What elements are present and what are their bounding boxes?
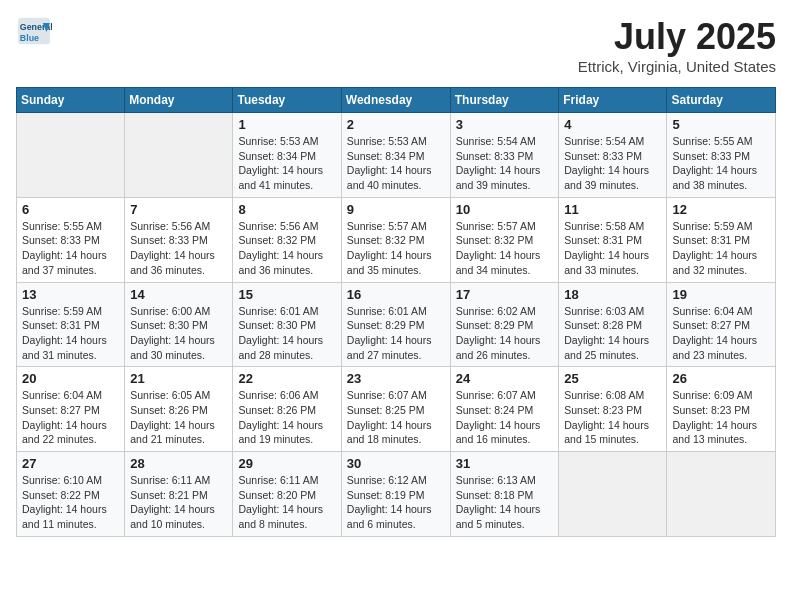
calendar-header: SundayMondayTuesdayWednesdayThursdayFrid…: [17, 88, 776, 113]
day-info: Sunrise: 6:08 AMSunset: 8:23 PMDaylight:…: [564, 388, 661, 447]
calendar-cell: 25Sunrise: 6:08 AMSunset: 8:23 PMDayligh…: [559, 367, 667, 452]
weekday-friday: Friday: [559, 88, 667, 113]
day-number: 9: [347, 202, 445, 217]
day-number: 21: [130, 371, 227, 386]
day-number: 18: [564, 287, 661, 302]
calendar-cell: 11Sunrise: 5:58 AMSunset: 8:31 PMDayligh…: [559, 197, 667, 282]
svg-text:Blue: Blue: [20, 33, 39, 43]
day-number: 28: [130, 456, 227, 471]
calendar-cell: 19Sunrise: 6:04 AMSunset: 8:27 PMDayligh…: [667, 282, 776, 367]
day-number: 26: [672, 371, 770, 386]
calendar-cell: 18Sunrise: 6:03 AMSunset: 8:28 PMDayligh…: [559, 282, 667, 367]
day-info: Sunrise: 6:07 AMSunset: 8:25 PMDaylight:…: [347, 388, 445, 447]
calendar: SundayMondayTuesdayWednesdayThursdayFrid…: [16, 87, 776, 537]
calendar-cell: [667, 452, 776, 537]
day-info: Sunrise: 6:13 AMSunset: 8:18 PMDaylight:…: [456, 473, 554, 532]
calendar-cell: 4Sunrise: 5:54 AMSunset: 8:33 PMDaylight…: [559, 113, 667, 198]
day-info: Sunrise: 6:06 AMSunset: 8:26 PMDaylight:…: [238, 388, 335, 447]
week-row-4: 27Sunrise: 6:10 AMSunset: 8:22 PMDayligh…: [17, 452, 776, 537]
calendar-cell: 8Sunrise: 5:56 AMSunset: 8:32 PMDaylight…: [233, 197, 341, 282]
weekday-sunday: Sunday: [17, 88, 125, 113]
day-info: Sunrise: 5:57 AMSunset: 8:32 PMDaylight:…: [456, 219, 554, 278]
week-row-3: 20Sunrise: 6:04 AMSunset: 8:27 PMDayligh…: [17, 367, 776, 452]
weekday-thursday: Thursday: [450, 88, 559, 113]
calendar-cell: 24Sunrise: 6:07 AMSunset: 8:24 PMDayligh…: [450, 367, 559, 452]
calendar-cell: [559, 452, 667, 537]
day-number: 13: [22, 287, 119, 302]
day-info: Sunrise: 5:53 AMSunset: 8:34 PMDaylight:…: [238, 134, 335, 193]
day-number: 16: [347, 287, 445, 302]
calendar-cell: 13Sunrise: 5:59 AMSunset: 8:31 PMDayligh…: [17, 282, 125, 367]
calendar-cell: 30Sunrise: 6:12 AMSunset: 8:19 PMDayligh…: [341, 452, 450, 537]
calendar-cell: 23Sunrise: 6:07 AMSunset: 8:25 PMDayligh…: [341, 367, 450, 452]
day-number: 23: [347, 371, 445, 386]
week-row-0: 1Sunrise: 5:53 AMSunset: 8:34 PMDaylight…: [17, 113, 776, 198]
day-number: 15: [238, 287, 335, 302]
weekday-header-row: SundayMondayTuesdayWednesdayThursdayFrid…: [17, 88, 776, 113]
calendar-cell: 1Sunrise: 5:53 AMSunset: 8:34 PMDaylight…: [233, 113, 341, 198]
weekday-wednesday: Wednesday: [341, 88, 450, 113]
day-number: 1: [238, 117, 335, 132]
day-info: Sunrise: 6:11 AMSunset: 8:20 PMDaylight:…: [238, 473, 335, 532]
day-info: Sunrise: 5:54 AMSunset: 8:33 PMDaylight:…: [564, 134, 661, 193]
day-info: Sunrise: 5:53 AMSunset: 8:34 PMDaylight:…: [347, 134, 445, 193]
day-info: Sunrise: 6:03 AMSunset: 8:28 PMDaylight:…: [564, 304, 661, 363]
calendar-cell: 14Sunrise: 6:00 AMSunset: 8:30 PMDayligh…: [125, 282, 233, 367]
day-number: 19: [672, 287, 770, 302]
calendar-cell: 22Sunrise: 6:06 AMSunset: 8:26 PMDayligh…: [233, 367, 341, 452]
weekday-tuesday: Tuesday: [233, 88, 341, 113]
day-number: 11: [564, 202, 661, 217]
day-number: 25: [564, 371, 661, 386]
day-number: 3: [456, 117, 554, 132]
calendar-cell: 17Sunrise: 6:02 AMSunset: 8:29 PMDayligh…: [450, 282, 559, 367]
day-number: 12: [672, 202, 770, 217]
day-number: 8: [238, 202, 335, 217]
calendar-cell: 31Sunrise: 6:13 AMSunset: 8:18 PMDayligh…: [450, 452, 559, 537]
calendar-cell: [125, 113, 233, 198]
day-number: 2: [347, 117, 445, 132]
day-info: Sunrise: 6:12 AMSunset: 8:19 PMDaylight:…: [347, 473, 445, 532]
calendar-cell: 20Sunrise: 6:04 AMSunset: 8:27 PMDayligh…: [17, 367, 125, 452]
calendar-body: 1Sunrise: 5:53 AMSunset: 8:34 PMDaylight…: [17, 113, 776, 537]
calendar-cell: 27Sunrise: 6:10 AMSunset: 8:22 PMDayligh…: [17, 452, 125, 537]
day-info: Sunrise: 5:55 AMSunset: 8:33 PMDaylight:…: [672, 134, 770, 193]
header: General Blue July 2025 Ettrick, Virginia…: [16, 16, 776, 75]
day-number: 24: [456, 371, 554, 386]
week-row-2: 13Sunrise: 5:59 AMSunset: 8:31 PMDayligh…: [17, 282, 776, 367]
day-info: Sunrise: 5:59 AMSunset: 8:31 PMDaylight:…: [22, 304, 119, 363]
calendar-cell: 16Sunrise: 6:01 AMSunset: 8:29 PMDayligh…: [341, 282, 450, 367]
title-area: July 2025 Ettrick, Virginia, United Stat…: [578, 16, 776, 75]
calendar-cell: 21Sunrise: 6:05 AMSunset: 8:26 PMDayligh…: [125, 367, 233, 452]
day-number: 22: [238, 371, 335, 386]
calendar-cell: 28Sunrise: 6:11 AMSunset: 8:21 PMDayligh…: [125, 452, 233, 537]
day-info: Sunrise: 6:04 AMSunset: 8:27 PMDaylight:…: [672, 304, 770, 363]
calendar-cell: 6Sunrise: 5:55 AMSunset: 8:33 PMDaylight…: [17, 197, 125, 282]
calendar-cell: 29Sunrise: 6:11 AMSunset: 8:20 PMDayligh…: [233, 452, 341, 537]
calendar-cell: 26Sunrise: 6:09 AMSunset: 8:23 PMDayligh…: [667, 367, 776, 452]
day-number: 7: [130, 202, 227, 217]
calendar-cell: 5Sunrise: 5:55 AMSunset: 8:33 PMDaylight…: [667, 113, 776, 198]
day-info: Sunrise: 6:01 AMSunset: 8:29 PMDaylight:…: [347, 304, 445, 363]
calendar-cell: 15Sunrise: 6:01 AMSunset: 8:30 PMDayligh…: [233, 282, 341, 367]
logo-icon: General Blue: [16, 16, 52, 46]
day-info: Sunrise: 6:02 AMSunset: 8:29 PMDaylight:…: [456, 304, 554, 363]
day-info: Sunrise: 6:05 AMSunset: 8:26 PMDaylight:…: [130, 388, 227, 447]
day-info: Sunrise: 6:01 AMSunset: 8:30 PMDaylight:…: [238, 304, 335, 363]
day-number: 6: [22, 202, 119, 217]
day-info: Sunrise: 5:55 AMSunset: 8:33 PMDaylight:…: [22, 219, 119, 278]
day-info: Sunrise: 6:11 AMSunset: 8:21 PMDaylight:…: [130, 473, 227, 532]
day-number: 30: [347, 456, 445, 471]
calendar-cell: 2Sunrise: 5:53 AMSunset: 8:34 PMDaylight…: [341, 113, 450, 198]
calendar-cell: 10Sunrise: 5:57 AMSunset: 8:32 PMDayligh…: [450, 197, 559, 282]
day-info: Sunrise: 6:00 AMSunset: 8:30 PMDaylight:…: [130, 304, 227, 363]
day-info: Sunrise: 5:58 AMSunset: 8:31 PMDaylight:…: [564, 219, 661, 278]
calendar-cell: 12Sunrise: 5:59 AMSunset: 8:31 PMDayligh…: [667, 197, 776, 282]
calendar-cell: 3Sunrise: 5:54 AMSunset: 8:33 PMDaylight…: [450, 113, 559, 198]
day-number: 29: [238, 456, 335, 471]
day-number: 20: [22, 371, 119, 386]
week-row-1: 6Sunrise: 5:55 AMSunset: 8:33 PMDaylight…: [17, 197, 776, 282]
day-info: Sunrise: 5:56 AMSunset: 8:33 PMDaylight:…: [130, 219, 227, 278]
day-info: Sunrise: 5:54 AMSunset: 8:33 PMDaylight:…: [456, 134, 554, 193]
location: Ettrick, Virginia, United States: [578, 58, 776, 75]
weekday-saturday: Saturday: [667, 88, 776, 113]
